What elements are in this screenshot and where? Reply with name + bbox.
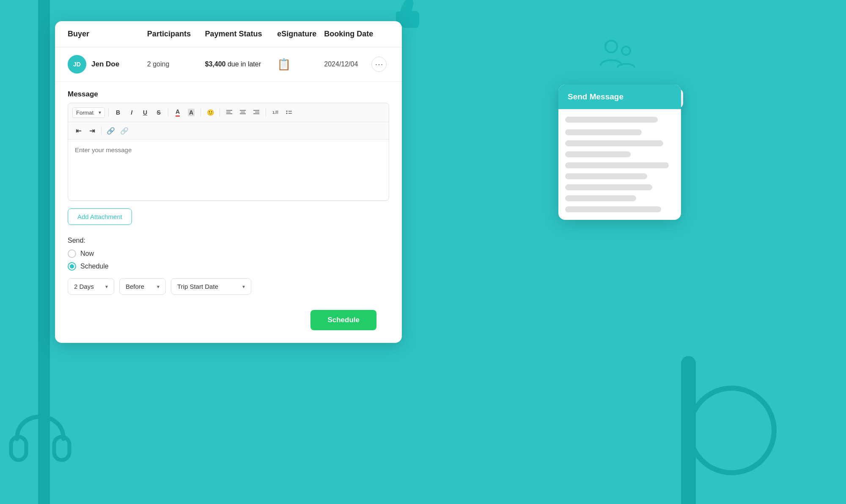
col-buyer-cell: JD Jen Doe [68, 55, 147, 74]
users-deco-icon [596, 38, 639, 74]
align-left-btn[interactable] [223, 107, 235, 118]
skeleton-line-4 [565, 162, 669, 168]
bold-btn[interactable]: B [112, 107, 124, 118]
font-color-btn[interactable]: A [172, 107, 184, 118]
send-label: Send: [68, 237, 389, 244]
radio-schedule-label: Schedule [80, 263, 109, 270]
svg-text:1.: 1. [272, 110, 276, 115]
skeleton-line-7 [565, 195, 636, 201]
col-buyer-header: Buyer [68, 30, 147, 38]
circle-right-deco [681, 380, 783, 483]
col-payment-header: Payment Status [205, 30, 277, 38]
align-center-btn[interactable] [237, 107, 249, 118]
svg-point-2 [622, 47, 630, 55]
radio-group: Now Schedule [68, 249, 389, 271]
col-booking-cell: 2024/12/04 ⋯ [324, 57, 389, 72]
headphone-left-deco [4, 380, 76, 483]
radio-now-label: Now [80, 250, 94, 257]
svg-point-20 [286, 113, 288, 114]
schedule-button[interactable]: Schedule [310, 310, 376, 330]
buyer-name: Jen Doe [91, 60, 119, 68]
table-row: JD Jen Doe 2 going $3,400 due in later 📋… [55, 47, 402, 82]
svg-point-18 [286, 111, 288, 112]
send-section: Send: Now Schedule 2 Days ▾ Before ▾ Tri… [55, 237, 402, 295]
indent-right-btn[interactable]: ⇥ [86, 125, 98, 137]
skeleton-line-2 [565, 140, 663, 146]
direction-value: Before [126, 283, 144, 290]
align-right-btn[interactable] [250, 107, 262, 118]
col-participants-header: Participants [147, 30, 205, 38]
editor-container: Format ▾ B I U S A A 🙂 [68, 103, 389, 201]
schedule-dropdowns: 2 Days ▾ Before ▾ Trip Start Date ▾ [68, 278, 389, 295]
days-chevron: ▾ [105, 284, 108, 290]
message-section: Message Format ▾ B I U S A A [55, 82, 402, 229]
days-dropdown[interactable]: 2 Days ▾ [68, 278, 114, 295]
svg-rect-3 [11, 437, 26, 460]
indent-left-btn[interactable]: ⇤ [72, 125, 84, 137]
avatar: JD [68, 55, 86, 74]
col-participants-cell: 2 going [147, 60, 205, 68]
strikethrough-btn[interactable]: S [153, 107, 165, 118]
svg-point-5 [689, 388, 774, 473]
ordered-list-btn[interactable]: 1. [269, 107, 281, 118]
link-btn[interactable]: 🔗 [105, 125, 117, 137]
booking-date-text: 2024/12/04 [324, 60, 358, 68]
radio-now[interactable]: Now [68, 249, 389, 258]
skeleton-line-1 [565, 129, 642, 135]
more-options-button[interactable]: ⋯ [371, 57, 387, 72]
reference-chevron: ▾ [242, 284, 245, 290]
right-panel-header: Send Message [558, 85, 681, 109]
toolbar-divider-3 [201, 108, 201, 117]
skeleton-line-5 [565, 173, 647, 179]
toolbar-divider-4 [220, 108, 220, 117]
editor-toolbar-row2: ⇤ ⇥ 🔗 🔗 [68, 122, 389, 140]
esignature-icon: 📋 [277, 58, 291, 71]
skeleton-line-0 [565, 117, 658, 123]
editor-toolbar-row1: Format ▾ B I U S A A 🙂 [68, 103, 389, 122]
radio-schedule[interactable]: Schedule [68, 262, 389, 271]
col-booking-header: Booking Date [324, 30, 389, 38]
skeleton-line-3 [565, 151, 631, 157]
table-header: Buyer Participants Payment Status eSigna… [55, 21, 402, 47]
toolbar-divider-1 [108, 108, 109, 117]
emoji-btn[interactable]: 🙂 [204, 107, 216, 118]
col-esignature-cell: 📋 [277, 58, 324, 71]
format-chevron: ▾ [99, 110, 101, 115]
radio-now-circle [68, 249, 76, 258]
skeleton-line-8 [565, 206, 661, 212]
svg-rect-4 [54, 437, 69, 460]
font-bg-btn[interactable]: A [185, 107, 197, 118]
col-esignature-header: eSignature [277, 30, 324, 38]
add-attachment-button[interactable]: Add Attachment [68, 208, 132, 225]
underline-btn[interactable]: U [139, 107, 151, 118]
right-panel-body [558, 109, 681, 220]
toolbar-divider-6 [101, 126, 102, 135]
days-value: 2 Days [74, 283, 94, 290]
reference-dropdown[interactable]: Trip Start Date ▾ [171, 278, 251, 295]
reference-value: Trip Start Date [177, 283, 218, 290]
toolbar-divider-5 [266, 108, 266, 117]
unlink-btn[interactable]: 🔗 [118, 125, 130, 137]
direction-dropdown[interactable]: Before ▾ [119, 278, 166, 295]
right-panel: Send Message [558, 85, 681, 220]
radio-schedule-circle [68, 262, 76, 271]
message-label: Message [68, 90, 389, 99]
unordered-list-btn[interactable] [283, 107, 295, 118]
direction-chevron: ▾ [157, 284, 159, 290]
toolbar-divider-2 [168, 108, 168, 117]
main-card: Buyer Participants Payment Status eSigna… [55, 21, 402, 343]
message-input[interactable] [68, 140, 389, 199]
svg-point-1 [605, 41, 617, 52]
italic-btn[interactable]: I [126, 107, 137, 118]
format-dropdown-btn[interactable]: Format ▾ [72, 107, 105, 118]
skeleton-line-6 [565, 184, 652, 190]
format-label: Format [76, 110, 93, 116]
col-payment-cell: $3,400 due in later [205, 60, 277, 68]
